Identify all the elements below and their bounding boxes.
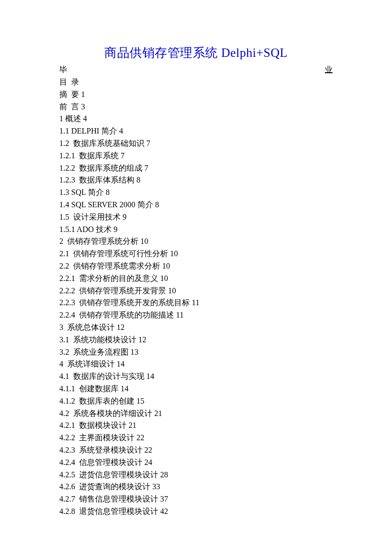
toc-entry: 4.2.5 进货信息管理模块设计 28 [59,469,333,481]
toc-entry: 1.2.2 数据库系统的组成 7 [59,162,333,175]
toc-entry: 4.2 系统各模块的详细设计 21 [59,408,333,420]
toc-entry: 2.2.2 供销存管理系统开发背景 10 [59,285,333,297]
toc-entry: 3.2 系统业务流程图 13 [59,346,333,359]
toc-entry: 1 概述 4 [59,113,333,125]
header-row: 毕 业 [59,65,333,75]
header-right-char: 业 [325,65,333,75]
toc-entry: 1.2.1 数据库系统 7 [59,150,333,162]
toc-entry: 4.2.1 数据模块设计 21 [59,419,333,432]
header-left-char: 毕 [59,65,67,75]
toc-entry: 2.2.4 供销存管理系统的功能描述 11 [59,309,333,322]
toc-entry: 3 系统总体设计 12 [59,322,333,334]
toc-entry: 2 供销存管理系统分析 10 [59,235,333,248]
toc-entry: 1.5 设计采用技术 9 [59,211,333,224]
toc-entry: 2.1 供销存管理系统可行性分析 10 [59,248,333,260]
toc-entry: 1.2.3 数据库体系结构 8 [59,174,333,186]
toc-entry: 1.4 SQL SERVER 2000 简介 8 [59,199,333,211]
toc-header: 目 录 [59,76,333,89]
toc-entry: 1.5.1 ADO 技术 9 [59,224,333,236]
toc-entry: 4.2.7 销售信息管理模块设计 37 [59,493,333,506]
toc-entry: 1.3 SQL 简介 8 [59,186,333,199]
toc-entry: 4.2.6 进货查询的模块设计 33 [59,481,333,493]
document-page: 商品供销存管理系统 Delphi+SQL 毕 业 目 录 摘 要 1前 言 31… [0,0,392,548]
toc-entry: 4.2.2 主界面模块设计 22 [59,432,333,444]
toc-entry: 1.1 DELPHI 简介 4 [59,125,333,138]
toc-container: 摘 要 1前 言 31 概述 41.1 DELPHI 简介 41.2 数据库系统… [59,89,333,518]
document-title: 商品供销存管理系统 Delphi+SQL [59,45,333,61]
toc-entry: 4.1 数据库的设计与实现 14 [59,370,333,383]
toc-entry: 4 系统详细设计 14 [59,358,333,370]
toc-entry: 4.1.1 创建数据库 14 [59,383,333,395]
toc-entry: 3.1 系统功能模块设计 12 [59,334,333,346]
toc-entry: 4.2.8 退货信息管理模块设计 42 [59,506,333,518]
toc-entry: 2.2.1 需求分析的目的及意义 10 [59,273,333,285]
toc-entry: 前 言 3 [59,101,333,113]
toc-entry: 摘 要 1 [59,89,333,101]
toc-entry: 2.2 供销存管理系统需求分析 10 [59,260,333,273]
toc-entry: 4.2.4 信息管理模块设计 24 [59,457,333,469]
toc-entry: 2.2.3 供销存管理系统开发的系统目标 11 [59,297,333,309]
toc-entry: 4.2.3 系统登录模块设计 22 [59,444,333,457]
toc-entry: 1.2 数据库系统基础知识 7 [59,138,333,150]
toc-entry: 4.1.2 数据库表的创建 15 [59,395,333,408]
